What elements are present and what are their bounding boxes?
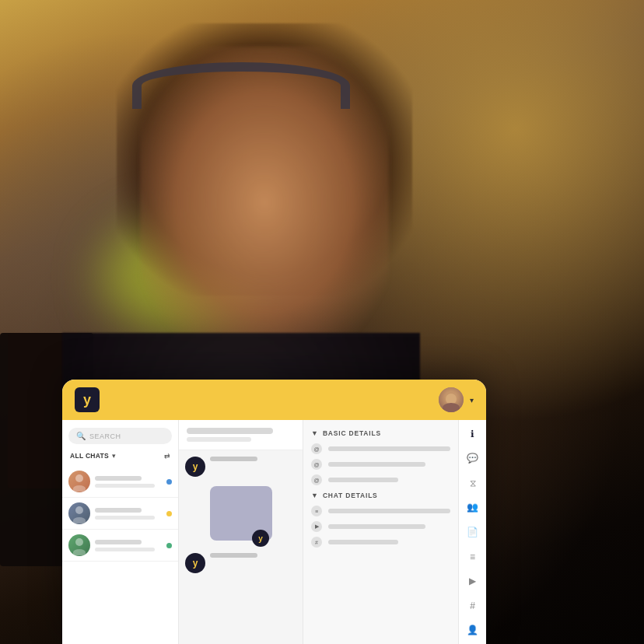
message-content — [210, 457, 296, 464]
chats-filter-bar: ALL CHATS ▾ ⇄ — [62, 449, 178, 463]
play-icon[interactable]: ▶ — [464, 573, 481, 589]
detail-icon: @ — [311, 474, 322, 485]
chat-list-item[interactable] — [62, 466, 178, 498]
detail-value-bar — [328, 509, 450, 513]
funnel-icon[interactable]: ⧖ — [464, 475, 481, 491]
detail-value-bar — [328, 524, 425, 529]
avatar-face — [68, 502, 90, 524]
message-item: y — [185, 553, 296, 573]
detail-value-bar — [328, 462, 425, 467]
user-menu-chevron[interactable]: ▾ — [470, 396, 474, 404]
search-placeholder: SEARCH — [89, 432, 121, 440]
filter-chevron-icon[interactable]: ▾ — [112, 452, 116, 460]
document-icon[interactable]: 📄 — [464, 524, 481, 540]
basic-details-header: ▼ BASIC DETAILS — [311, 429, 450, 437]
detail-row: ▶ — [311, 521, 450, 532]
app-window: y ▾ 🔍 SEARCH ALL CHATS ▾ ⇄ — [62, 380, 486, 644]
message-content — [210, 553, 296, 561]
message-avatar: y — [185, 457, 205, 477]
app-header: y ▾ — [62, 380, 486, 420]
chat-status-dot — [166, 479, 172, 485]
message-avatar: y — [185, 553, 205, 573]
detail-value-bar — [328, 478, 398, 482]
detail-value-bar — [328, 446, 450, 451]
message-item: y — [185, 457, 296, 477]
avatar-face — [68, 471, 90, 492]
chat-preview — [95, 484, 155, 488]
chat-info — [95, 508, 162, 520]
conversation-header — [179, 420, 303, 450]
detail-row: @ — [311, 459, 450, 470]
conv-header-status — [187, 437, 251, 442]
detail-icon: ≡ — [311, 506, 322, 516]
search-icon: 🔍 — [76, 432, 86, 440]
users-icon[interactable]: 👥 — [464, 500, 481, 516]
avatar-face — [439, 387, 464, 412]
chat-avatar — [68, 502, 90, 524]
hash-icon[interactable]: # — [464, 598, 481, 614]
detail-row: ≡ — [311, 506, 450, 516]
message-avatar-2: y — [252, 530, 269, 547]
chat-preview — [95, 516, 155, 520]
chat-name — [95, 508, 142, 513]
message-content: y — [210, 483, 296, 547]
chat-preview — [95, 548, 155, 551]
messages-list: y y y — [179, 450, 303, 644]
all-chats-label[interactable]: ALL CHATS — [70, 452, 109, 460]
filter-sliders-icon[interactable]: ⇄ — [164, 452, 170, 460]
message-item: y — [185, 483, 296, 547]
chat-list-item[interactable] — [62, 530, 178, 562]
chat-bubble-icon[interactable]: 💬 — [464, 451, 481, 467]
chat-avatar — [68, 471, 90, 492]
detail-row: @ — [311, 474, 450, 485]
chat-avatar — [68, 534, 90, 556]
detail-row: # — [311, 537, 450, 548]
app-body: 🔍 SEARCH ALL CHATS ▾ ⇄ — [62, 420, 486, 644]
logo-char: y — [83, 392, 91, 408]
section-collapse-icon[interactable]: ▼ — [311, 429, 318, 437]
conv-header-name — [187, 428, 273, 434]
chat-info — [95, 540, 162, 551]
chat-status-dot — [166, 543, 172, 548]
chat-name — [95, 540, 142, 544]
chat-info — [95, 476, 162, 488]
person-icon[interactable]: 👤 — [464, 623, 481, 639]
info-icon[interactable]: ℹ — [464, 426, 481, 442]
basic-details-title: BASIC DETAILS — [323, 429, 381, 437]
chat-details-title: CHAT DETAILS — [323, 492, 378, 499]
conversation-panel: y y y — [179, 420, 303, 644]
search-bar[interactable]: 🔍 SEARCH — [68, 428, 172, 444]
detail-icon: @ — [311, 443, 322, 454]
chats-panel: 🔍 SEARCH ALL CHATS ▾ ⇄ — [62, 420, 179, 644]
message-sender — [210, 457, 257, 461]
detail-icon: @ — [311, 459, 322, 470]
avatar-face — [68, 534, 90, 556]
detail-row: @ — [311, 443, 450, 454]
notes-icon[interactable]: ≡ — [464, 549, 481, 565]
section-collapse-icon[interactable]: ▼ — [311, 492, 318, 499]
detail-value-bar — [328, 540, 398, 544]
user-avatar[interactable] — [439, 387, 464, 412]
chat-name — [95, 476, 142, 481]
app-logo: y — [75, 387, 100, 412]
detail-icon: ▶ — [311, 521, 322, 532]
chat-list-item[interactable] — [62, 498, 178, 530]
chat-details-header: ▼ CHAT DETAILS — [311, 492, 450, 499]
message-sender — [210, 553, 257, 558]
detail-icon: # — [311, 537, 322, 548]
chat-status-dot — [166, 511, 172, 516]
right-icon-sidebar: ℹ 💬 ⧖ 👥 📄 ≡ ▶ # 👤 — [458, 420, 486, 644]
details-panel: ▼ BASIC DETAILS @ @ @ ▼ CHAT DETAILS — [303, 420, 458, 644]
headphone — [132, 62, 350, 109]
